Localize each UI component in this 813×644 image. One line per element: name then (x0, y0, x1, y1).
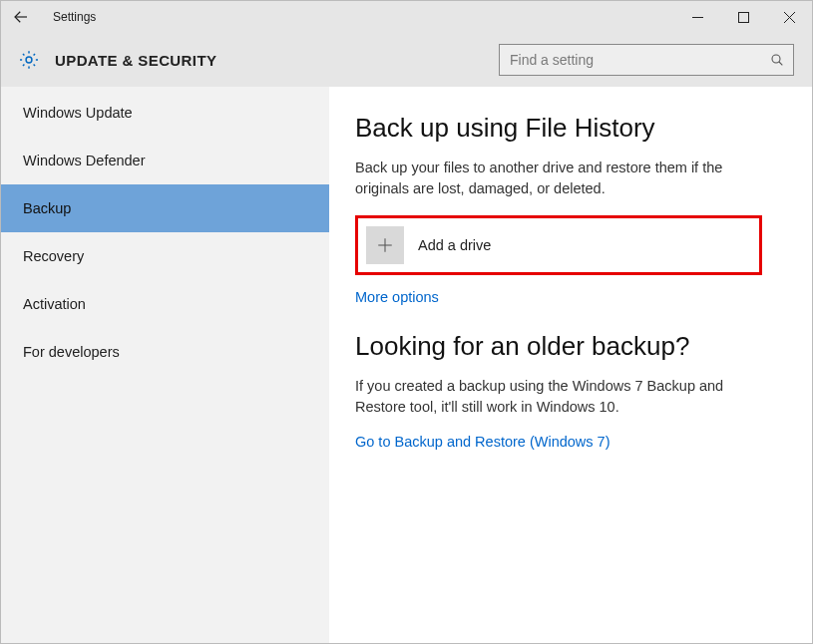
section-title: UPDATE & SECURITY (55, 52, 216, 69)
add-drive-label: Add a drive (418, 237, 491, 253)
minimize-icon (692, 12, 703, 23)
sidebar-item-windows-defender[interactable]: Windows Defender (1, 137, 329, 184)
header: UPDATE & SECURITY (1, 33, 812, 87)
more-options-link[interactable]: More options (355, 289, 786, 305)
sidebar: Windows Update Windows Defender Backup R… (1, 87, 329, 643)
close-icon (784, 12, 795, 23)
sidebar-item-for-developers[interactable]: For developers (1, 328, 329, 376)
main-panel: Back up using File History Back up your … (329, 87, 812, 643)
content: Windows Update Windows Defender Backup R… (1, 87, 812, 643)
sidebar-item-activation[interactable]: Activation (1, 280, 329, 328)
gear-icon (17, 48, 41, 72)
svg-rect-2 (738, 12, 748, 22)
minimize-button[interactable] (674, 1, 720, 33)
sidebar-item-label: Recovery (23, 248, 84, 264)
sidebar-item-windows-update[interactable]: Windows Update (1, 89, 329, 137)
heading-older-backup: Looking for an older backup? (355, 331, 786, 362)
svg-point-5 (26, 57, 32, 63)
sidebar-item-label: Activation (23, 296, 86, 312)
back-arrow-icon (12, 8, 30, 26)
svg-point-6 (772, 55, 780, 63)
sidebar-item-recovery[interactable]: Recovery (1, 232, 329, 280)
older-backup-description: If you created a backup using the Window… (355, 376, 764, 418)
search-icon (769, 52, 785, 68)
maximize-icon (738, 12, 749, 23)
window-title: Settings (53, 10, 96, 24)
maximize-button[interactable] (720, 1, 766, 33)
titlebar: Settings (1, 1, 812, 33)
sidebar-item-label: Windows Update (23, 105, 133, 121)
sidebar-item-label: Windows Defender (23, 153, 146, 168)
plus-icon (366, 226, 404, 264)
add-drive-button[interactable]: Add a drive (355, 215, 762, 275)
settings-window: Settings UPDATE & SECURITY (0, 0, 813, 644)
sidebar-item-backup[interactable]: Backup (1, 184, 329, 232)
backup-restore-link[interactable]: Go to Backup and Restore (Windows 7) (355, 434, 786, 450)
heading-file-history: Back up using File History (355, 113, 786, 144)
sidebar-item-label: For developers (23, 344, 120, 360)
back-button[interactable] (7, 3, 35, 31)
file-history-description: Back up your files to another drive and … (355, 158, 764, 199)
search-box[interactable] (499, 44, 794, 76)
svg-line-7 (779, 62, 782, 65)
window-controls (674, 1, 812, 33)
close-button[interactable] (766, 1, 812, 33)
sidebar-item-label: Backup (23, 200, 71, 216)
search-input[interactable] (510, 52, 769, 68)
titlebar-left: Settings (7, 3, 96, 31)
